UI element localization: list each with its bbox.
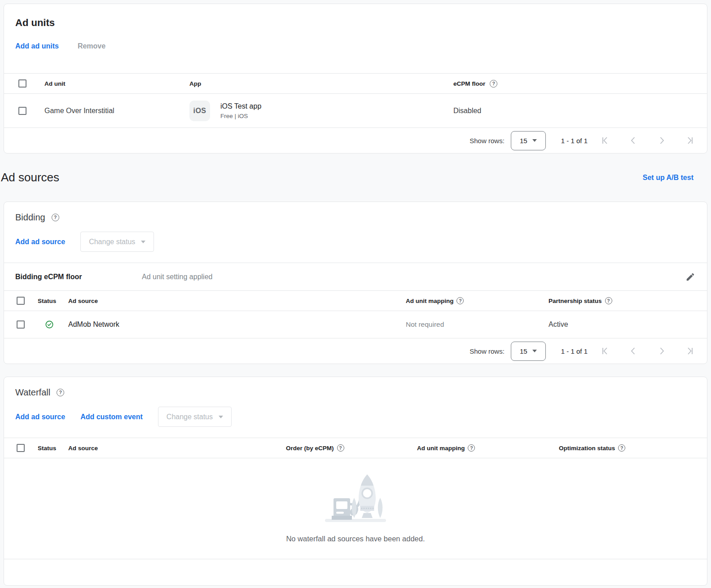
waterfall-footer — [4, 559, 707, 585]
page-size-select[interactable]: 15 — [511, 342, 546, 361]
bidding-mapping-value: Not required — [406, 320, 444, 329]
column-ecpm-floor: eCPM floor — [453, 80, 485, 87]
column-ad-unit-mapping: Ad unit mapping — [406, 298, 453, 304]
caret-down-icon — [141, 241, 145, 243]
show-rows-label: Show rows: — [470, 347, 505, 355]
bidding-change-status-button[interactable]: Change status — [80, 232, 154, 252]
waterfall-empty-message: No waterfall ad sources have been added. — [4, 535, 707, 543]
column-ad-source: Ad source — [68, 445, 98, 452]
bidding-add-ad-source-button[interactable]: Add ad source — [15, 238, 65, 246]
bidding-title: Bidding — [15, 212, 45, 223]
chevron-left-icon[interactable] — [628, 135, 639, 146]
edit-pencil-icon[interactable] — [685, 272, 695, 282]
ad-units-title: Ad units — [15, 17, 696, 29]
bidding-ecpm-floor-label: Bidding eCPM floor — [15, 273, 142, 281]
caret-down-icon — [532, 350, 537, 352]
setup-ab-test-link[interactable]: Set up A/B test — [643, 174, 693, 182]
chevron-right-icon[interactable] — [656, 135, 667, 146]
column-status: Status — [38, 298, 56, 304]
add-ad-units-button[interactable]: Add ad units — [15, 42, 59, 50]
column-status: Status — [38, 445, 56, 452]
column-optimization-status: Optimization status — [559, 445, 615, 452]
bidding-help-icon[interactable] — [52, 214, 59, 221]
bidding-row-checkbox[interactable] — [17, 320, 25, 329]
ad-units-card: Ad units Add ad units Remove Ad unit App… — [4, 4, 707, 154]
waterfall-help-icon[interactable] — [57, 389, 64, 396]
pagination-range: 1 - 1 of 1 — [561, 347, 588, 355]
app-icon: iOS — [189, 101, 210, 121]
partnership-status-help-icon[interactable] — [605, 297, 612, 304]
app-meta: Free | iOS — [220, 112, 261, 120]
bidding-ad-source-name: AdMob Network — [68, 320, 119, 329]
ad-sources-title: Ad sources — [1, 171, 59, 184]
ad-unit-name: Game Over Interstitial — [44, 107, 114, 115]
first-page-icon[interactable] — [600, 135, 610, 146]
waterfall-table-header: Status Ad source Order (by eCPM) Ad unit… — [4, 438, 707, 458]
bidding-ecpm-floor-row: Bidding eCPM floor Ad unit setting appli… — [4, 263, 707, 290]
ad-unit-row-checkbox[interactable] — [18, 107, 26, 115]
status-active-check-icon — [45, 320, 54, 329]
app-name: iOS Test app — [220, 101, 261, 111]
first-page-icon[interactable] — [600, 346, 610, 356]
ad-units-actions: Add ad units Remove — [15, 41, 696, 52]
page-size-value: 15 — [520, 347, 527, 355]
ad-sources-section-header: Ad sources Set up A/B test — [0, 154, 711, 202]
waterfall-empty-state: No waterfall ad sources have been added. — [4, 458, 707, 559]
chevron-left-icon[interactable] — [628, 346, 639, 356]
page-size-select[interactable]: 15 — [511, 131, 546, 150]
column-ad-source: Ad source — [68, 298, 98, 304]
column-order-by-ecpm: Order (by eCPM) — [286, 445, 334, 452]
ad-units-select-all-checkbox[interactable] — [18, 79, 26, 88]
bidding-ecpm-floor-value: Ad unit setting applied — [142, 273, 685, 281]
column-ad-unit-mapping: Ad unit mapping — [417, 445, 465, 452]
last-page-icon[interactable] — [685, 346, 695, 356]
column-partnership-status: Partnership status — [549, 298, 602, 304]
ad-units-pagination: Show rows: 15 1 - 1 of 1 — [4, 127, 707, 153]
ad-units-table-header: Ad unit App eCPM floor — [4, 73, 707, 93]
last-page-icon[interactable] — [685, 135, 695, 146]
optimization-status-help-icon[interactable] — [618, 444, 625, 452]
rocket-fueling-illustration — [321, 472, 390, 525]
change-status-label: Change status — [167, 413, 213, 421]
column-ad-unit: Ad unit — [44, 80, 66, 87]
bidding-select-all-checkbox[interactable] — [17, 297, 25, 305]
show-rows-label: Show rows: — [470, 137, 505, 145]
remove-button[interactable]: Remove — [78, 42, 105, 50]
bidding-table-header: Status Ad source Ad unit mapping Partner… — [4, 290, 707, 311]
column-app: App — [189, 80, 201, 87]
ecpm-floor-help-icon[interactable] — [490, 80, 497, 88]
order-help-icon[interactable] — [337, 444, 344, 452]
add-custom-event-button[interactable]: Add custom event — [80, 413, 143, 421]
caret-down-icon — [219, 416, 223, 418]
ecpm-floor-value: Disabled — [453, 107, 481, 115]
page-size-value: 15 — [520, 137, 527, 145]
ad-unit-mapping-help-icon[interactable] — [456, 297, 464, 304]
waterfall-title: Waterfall — [15, 387, 50, 398]
waterfall-change-status-button[interactable]: Change status — [158, 407, 232, 427]
caret-down-icon — [532, 139, 537, 142]
ad-unit-row: Game Over Interstitial iOS iOS Test app … — [4, 93, 707, 127]
waterfall-select-all-checkbox[interactable] — [17, 444, 25, 452]
bidding-row: AdMob Network Not required Active — [4, 311, 707, 338]
waterfall-add-ad-source-button[interactable]: Add ad source — [15, 413, 65, 421]
bidding-card: Bidding Add ad source Change status Bidd… — [4, 202, 707, 364]
pagination-range: 1 - 1 of 1 — [561, 137, 588, 145]
change-status-label: Change status — [89, 238, 135, 246]
chevron-right-icon[interactable] — [656, 346, 667, 356]
bidding-partnership-value: Active — [549, 320, 568, 329]
bidding-pagination: Show rows: 15 1 - 1 of 1 — [4, 338, 707, 364]
waterfall-card: Waterfall Add ad source Add custom event… — [4, 377, 707, 586]
ad-unit-mapping-help-icon[interactable] — [468, 444, 475, 452]
